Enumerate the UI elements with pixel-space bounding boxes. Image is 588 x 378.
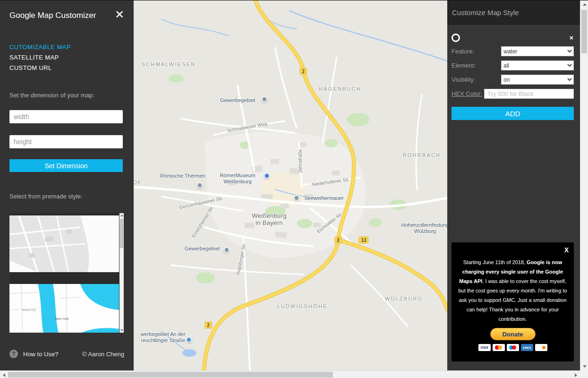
panel-header: Customize Map Style [447,0,580,25]
element-select[interactable]: all [501,60,574,70]
element-row: Element: all [452,60,574,70]
visibility-label: Visibility: [452,76,501,83]
map-label: Schmalwieser Weg [227,121,267,133]
feature-label: Feature: [452,48,501,55]
app-window: Google Map Customizer ✕ CUTOMIZABLE MAP … [0,0,588,378]
map-label: Gunzenhausener Str. [179,196,224,210]
map-label: Römische Thermen [160,173,205,179]
scroll-up-icon[interactable] [580,0,588,9]
panel-title: Customize Map Style [452,9,519,17]
discover-card-icon [535,344,547,351]
map-pin-icon[interactable] [294,195,300,201]
premade-style-list: Jersey City New York [9,213,119,333]
map-label: HAGENBUCH [319,86,361,92]
map-pin-icon[interactable] [186,337,192,343]
nav-satellite-map[interactable]: SATELLITE MAP [9,54,71,61]
width-input[interactable] [9,110,123,123]
nav-custom-url[interactable]: CUSTOM URL [9,64,71,71]
map-label: LUDWIGSHÖHE [277,303,327,309]
app-title: Google Map Customizer [9,11,96,20]
map-label: Jahnstraße [298,149,303,173]
scrollbar-corner [580,370,588,378]
map-label: Niederhofener Str. [311,177,350,187]
horizontal-scroll-thumb[interactable] [8,372,333,378]
route-badge: 2 [205,322,212,329]
visibility-select[interactable]: on [501,75,574,85]
map-canvas[interactable]: SCHMALWIESENHAGENBUCHROHRBACHOFWÜLZBURGL… [134,0,447,370]
rule-radio-button[interactable] [452,34,460,42]
map-label: Eichstätter Str. [316,211,343,234]
hex-color-row: HEX Color: [452,89,574,99]
copyright-text: © Aaron Cheng [82,351,124,358]
add-button[interactable]: ADD [452,107,574,120]
hex-color-input[interactable] [484,89,574,99]
donation-message: Starting June 11th of 2018, Google is no… [457,258,568,324]
set-dimension-button[interactable]: Set Dimension [9,159,123,172]
rule-close-icon[interactable]: × [570,34,573,41]
style-thumbnail-blue-water[interactable]: Jersey City New York [9,284,119,333]
sidebar: Google Map Customizer ✕ CUTOMIZABLE MAP … [0,0,134,370]
premade-style-label: Select from premade style: [9,193,83,200]
how-to-use-link[interactable]: How to Use? [23,351,58,358]
map-label: WÜLZBURG [385,296,423,301]
map-pin-icon[interactable] [264,173,270,179]
scroll-down-icon[interactable] [580,362,588,370]
nav-customizable-map[interactable]: CUTOMIZABLE MAP [9,43,71,51]
height-input[interactable] [9,135,123,148]
feature-select[interactable]: water [501,46,574,56]
map-label: Gewerbegebiet [185,246,220,252]
amex-card-icon: AMEX [521,344,533,351]
map-label: Weißenburg in Bayern [252,212,287,226]
visa-card-icon: VISA [478,344,491,351]
donate-button[interactable]: Donate [490,328,536,340]
map-label: Augsburger Str. [235,242,247,275]
map-label: Ernetzheimer Str. [191,205,214,238]
route-badge: 13 [358,237,368,244]
mastercard-card-icon [493,344,505,351]
visibility-row: Visibility: on [452,75,574,85]
map-label: Seeweihermauer [304,195,343,201]
help-icon[interactable]: ? [9,350,18,358]
style-thumbnail-blue-water-image [9,284,119,333]
map-pin-icon[interactable] [224,247,230,253]
maestro-card-icon [507,344,519,351]
route-badge: 2 [299,68,307,75]
hex-color-label[interactable]: HEX Color: [452,90,484,97]
map-label: OF [134,180,142,185]
style-thumbnail-light[interactable] [9,215,119,272]
style-scroll-down-icon[interactable] [119,328,124,333]
vertical-scrollbar[interactable] [580,0,588,370]
style-scroll-thumb[interactable] [120,219,123,248]
style-thumbnail-light-image [9,215,119,272]
element-label: Element: [452,62,501,69]
map-labels: SCHMALWIESENHAGENBUCHROHRBACHOFWÜLZBURGL… [134,0,447,370]
map-label: SCHMALWIESEN [142,61,196,67]
style-list-scrollbar[interactable] [119,213,124,333]
horizontal-scrollbar[interactable] [0,370,580,378]
scroll-left-icon[interactable] [0,371,8,378]
map-pin-icon[interactable] [262,96,268,103]
map-pin-icon[interactable] [197,182,203,189]
vertical-scroll-thumb[interactable] [581,10,587,53]
donation-close-icon[interactable]: X [564,246,569,254]
map-label: Hohenzollernfestung Wülzburg [401,222,447,234]
customize-panel: Customize Map Style × Feature: water Ele… [447,0,580,370]
payment-card-icons: VISAAMEX [457,344,568,351]
map-label: Gewerbegebiet [220,97,256,103]
style-rule-row: × [452,34,573,42]
donation-popup: X Starting June 11th of 2018, Google is … [452,242,574,361]
sidebar-footer: ? How to Use? © Aaron Cheng [9,350,124,358]
sidebar-close-icon[interactable]: ✕ [115,9,124,20]
scroll-right-icon[interactable] [572,371,580,378]
style-scroll-up-icon[interactable] [119,213,124,218]
map-label: ROHRBACH [403,152,441,158]
feature-row: Feature: water [452,46,574,56]
dimension-label: Set the dimension of your map: [9,92,94,99]
sidebar-nav: CUTOMIZABLE MAP SATELLITE MAP CUSTOM URL [9,43,71,71]
route-badge: 2 [334,237,342,244]
map-label: werbegebiet An der reuchtlinger Straße [141,331,186,344]
map-label: RömerMuseum Weißenburg [220,172,255,185]
